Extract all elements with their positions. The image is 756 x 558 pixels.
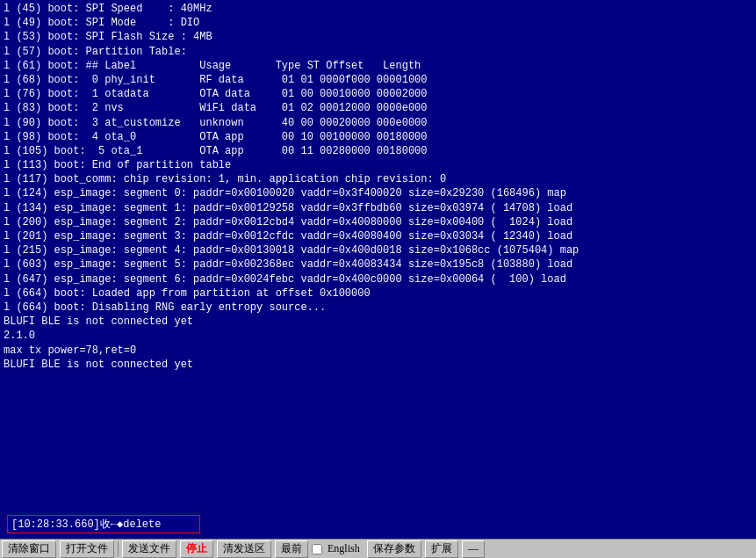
- log-line: l (200) esp_image: segment 2: paddr=0x00…: [4, 215, 752, 229]
- log-line: 2.1.0: [4, 329, 752, 343]
- log-line: l (45) boot: SPI Speed : 40MHz: [4, 2, 752, 16]
- log-line: l (215) esp_image: segment 4: paddr=0x00…: [4, 243, 752, 257]
- minus-button[interactable]: —: [462, 540, 485, 558]
- save-params-button[interactable]: 保存参数: [367, 540, 421, 558]
- command-box: [10:28:33.660]收←◆delete: [7, 515, 200, 533]
- log-line: l (53) boot: SPI Flash Size : 4MB: [4, 30, 752, 44]
- divider-1: [118, 542, 119, 556]
- log-line: l (647) esp_image: segment 6: paddr=0x00…: [4, 272, 752, 286]
- log-line: l (83) boot: 2 nvs WiFi data 01 02 00012…: [4, 101, 752, 115]
- log-line: l (105) boot: 5 ota_1 OTA app 00 11 0028…: [4, 144, 752, 158]
- log-line: l (49) boot: SPI Mode : DIO: [4, 16, 752, 30]
- english-checkbox-area: English: [310, 542, 365, 555]
- english-checkbox[interactable]: [312, 544, 322, 554]
- log-line: l (664) boot: Disabling RNG early entrop…: [4, 301, 752, 315]
- terminal-area: l (45) boot: SPI Speed : 40MHzl (49) boo…: [0, 0, 756, 539]
- command-text: [10:28:33.660]收←◆delete: [11, 517, 161, 532]
- log-line: l (664) boot: Loaded app from partition …: [4, 286, 752, 301]
- open-file-button[interactable]: 打开文件: [60, 540, 114, 558]
- last-button[interactable]: 最前: [275, 540, 308, 558]
- english-label: English: [324, 542, 364, 555]
- log-line: l (124) esp_image: segment 0: paddr=0x00…: [4, 186, 752, 200]
- log-line: l (90) boot: 3 at_customize unknown 40 0…: [4, 116, 752, 130]
- log-line: l (98) boot: 4 ota_0 OTA app 00 10 00100…: [4, 130, 752, 144]
- stop-button[interactable]: 停止: [180, 540, 213, 558]
- log-line: l (201) esp_image: segment 3: paddr=0x00…: [4, 229, 752, 243]
- log-line: BLUFI BLE is not connected yet: [4, 358, 752, 372]
- log-line: l (134) esp_image: segment 1: paddr=0x00…: [4, 201, 752, 215]
- log-line: l (117) boot_comm: chip revision: 1, min…: [4, 172, 752, 186]
- log-line: l (76) boot: 1 otadata OTA data 01 00 00…: [4, 87, 752, 101]
- log-line: l (113) boot: End of partition table: [4, 158, 752, 172]
- log-line: l (68) boot: 0 phy_init RF data 01 01 00…: [4, 73, 752, 87]
- log-output: l (45) boot: SPI Speed : 40MHzl (49) boo…: [4, 2, 752, 513]
- log-line: l (61) boot: ## Label Usage Type ST Offs…: [4, 59, 752, 73]
- expand-button[interactable]: 扩展: [425, 540, 458, 558]
- log-line: l (57) boot: Partition Table:: [4, 45, 752, 59]
- command-input-area: [10:28:33.660]收←◆delete: [4, 513, 752, 537]
- statusbar: 清除窗口 打开文件 发送文件 停止 清发送区 最前 English 保存参数 扩…: [0, 539, 756, 558]
- log-line: BLUFI BLE is not connected yet: [4, 315, 752, 329]
- send-file-button[interactable]: 发送文件: [122, 540, 176, 558]
- clear-send-button[interactable]: 清发送区: [217, 540, 271, 558]
- log-line: l (603) esp_image: segment 5: paddr=0x00…: [4, 257, 752, 272]
- log-line: max tx power=78,ret=0: [4, 344, 752, 358]
- clear-window-button[interactable]: 清除窗口: [2, 540, 56, 558]
